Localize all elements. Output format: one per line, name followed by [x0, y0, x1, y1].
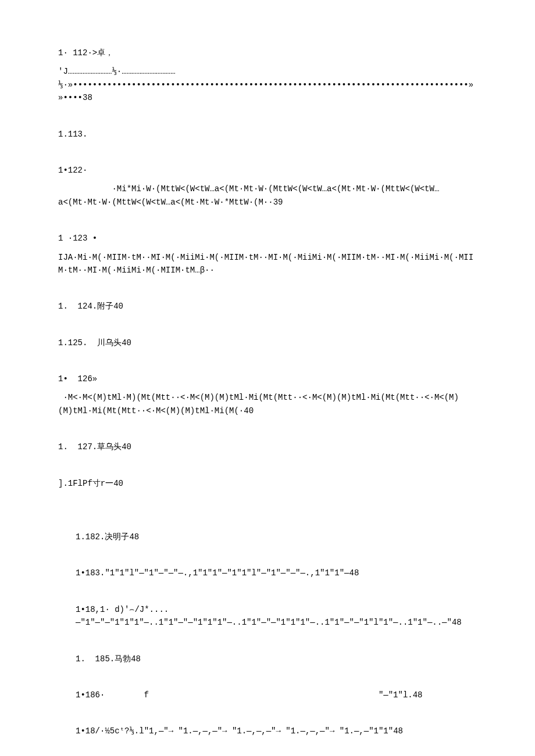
blank-line	[58, 214, 477, 232]
text-line: 1•18/·½5cᵗ?⅓.l"1,—″→ "1.—,—,—″→ "1.—,—,—…	[58, 725, 477, 737]
text-line: 1. 185.马勃48	[58, 653, 477, 665]
blank-line	[58, 635, 477, 653]
blank-line	[58, 744, 477, 756]
blank-line	[58, 319, 477, 336]
text-line: 'J………………………⅓·……………………………⅓·»•••••••••••••…	[58, 65, 477, 104]
blank-line	[58, 549, 477, 567]
blank-line	[58, 586, 477, 603]
blank-line	[58, 707, 477, 725]
text-line: ·Mi*Mi·W·(MttW<(W<tW…a<(Mt·Mt·W·(MttW<(W…	[58, 182, 477, 209]
text-line: 1.113.	[58, 128, 477, 141]
text-line: IJA·Mi·M(·MIIM·tM··MI·M(·MiiMi·M(·MIIM·t…	[58, 251, 477, 277]
text-line: 1. 127.草乌头40	[58, 440, 477, 453]
text-line: 1· 112·>卓，	[58, 46, 477, 59]
blank-line	[58, 496, 477, 513]
text-line: 1. 124.附子40	[58, 300, 477, 313]
blank-line	[58, 146, 477, 164]
text-line: 1•186· f "—"1"l.48	[58, 689, 477, 701]
text-line: ].1FlPf寸r一40	[58, 477, 477, 490]
blank-line	[58, 282, 477, 300]
blank-line	[58, 355, 477, 372]
text-line: 1•183."1"1"l"—"1"—"—"—.,1"1"1"—"1"1"l"—"…	[58, 567, 477, 579]
blank-line	[58, 110, 477, 128]
text-line: 1.125. 川乌头40	[58, 336, 477, 349]
blank-line	[58, 460, 477, 477]
text-line: 1.182.决明子48	[58, 531, 477, 543]
blank-line	[58, 671, 477, 689]
blank-line	[58, 513, 477, 531]
text-line: 1• 126»	[58, 372, 477, 385]
text-line: 1•18,1· d)′⌢/J*....—"1"—"—"1"1"1"—..1"1"…	[58, 603, 477, 629]
text-line: 1•122·	[58, 164, 477, 177]
text-line: ·M<·M<(M)tMl·M)(Mt(Mtt··<·M<(M)(M)tMl·Mi…	[58, 391, 477, 417]
blank-line	[58, 423, 477, 440]
document-body: 1· 112·>卓，'J………………………⅓·……………………………⅓·»•••…	[58, 46, 477, 756]
text-line: 1 ·123 •	[58, 232, 477, 245]
